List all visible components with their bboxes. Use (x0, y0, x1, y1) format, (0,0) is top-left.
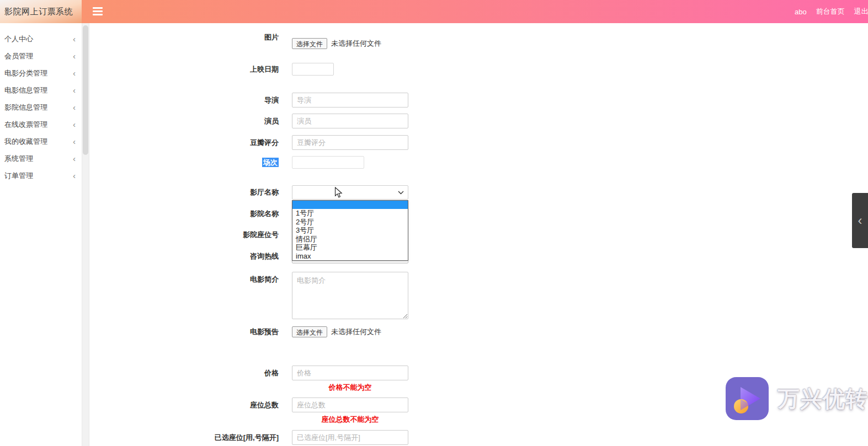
cinema-name-label: 影院名称 (90, 206, 279, 221)
total-seats-error: 座位总数不能为空 (292, 415, 408, 424)
sidebar-item-label: 会员管理 (4, 51, 33, 61)
image-label: 图片 (264, 33, 279, 41)
app-window: 影院网上订票系统 abo 前台首页 退出 个人中心 ‹ 会员管理 ‹ 电影分类管… (0, 0, 868, 446)
image-file-button[interactable]: 选择文件 (292, 38, 327, 49)
watermark: 万兴优转 (726, 377, 868, 420)
trailer-label: 电影预告 (90, 326, 279, 337)
sidebar-item-label: 电影分类管理 (4, 68, 47, 78)
trailer-file-button[interactable]: 选择文件 (292, 326, 327, 337)
chevron-left-icon: ‹ (73, 137, 76, 146)
director-input[interactable] (292, 93, 408, 108)
hall-option-empty[interactable] (292, 201, 408, 209)
hall-name-label: 影厅名称 (90, 185, 279, 200)
release-date-label: 上映日期 (90, 63, 279, 76)
chevron-down-icon (398, 191, 404, 195)
chevron-left-icon: ‹ (73, 154, 76, 163)
front-home-link[interactable]: 前台首页 (816, 7, 845, 17)
total-seats-input[interactable] (292, 397, 408, 412)
sidebar-item-personal-center[interactable]: 个人中心 ‹ (0, 30, 82, 47)
session-label: 场次 (262, 158, 279, 167)
chevron-left-icon: ‹ (73, 103, 76, 111)
sidebar-item-label: 订单管理 (4, 171, 33, 181)
total-seats-label: 座位总数 (90, 397, 279, 412)
release-date-input[interactable] (292, 63, 334, 76)
chevron-left-icon: ‹ (73, 86, 76, 94)
chevron-left-icon: ‹ (858, 213, 862, 228)
trailer-file-status: 未选择任何文件 (331, 326, 381, 337)
sidebar-item-label: 电影信息管理 (4, 85, 47, 95)
price-input[interactable] (292, 366, 408, 380)
logout-link[interactable]: 退出 (854, 7, 868, 17)
form-row-price: 价格 价格不能为空 (90, 366, 408, 393)
form-row-image: 图片 选择文件 未选择任何文件 (90, 38, 381, 49)
chevron-left-icon: ‹ (73, 52, 76, 60)
hotline-label: 咨询热线 (90, 249, 279, 264)
hall-option-giant-screen[interactable]: 巨幕厅 (292, 243, 408, 252)
form-row-director: 导演 (90, 93, 408, 108)
hall-option-3[interactable]: 3号厅 (292, 226, 408, 235)
watermark-text: 万兴优转 (778, 384, 868, 414)
actors-label: 演员 (90, 114, 279, 128)
sidebar-item-member-mgmt[interactable]: 会员管理 ‹ (0, 47, 82, 65)
cinema-seat-label: 影院座位号 (90, 227, 279, 242)
form-row-hall-name: 影厅名称 (90, 185, 408, 200)
scrollbar-thumb[interactable] (83, 25, 88, 155)
image-file-status: 未选择任何文件 (331, 38, 381, 49)
form-row-actors: 演员 (90, 114, 408, 128)
sidebar-item-label: 在线改票管理 (4, 120, 47, 130)
menu-icon[interactable] (93, 7, 103, 16)
selected-seats-label: 已选座位[用,号隔开] (90, 430, 279, 445)
douban-rating-input[interactable] (292, 135, 408, 150)
sidebar: 个人中心 ‹ 会员管理 ‹ 电影分类管理 ‹ 电影信息管理 ‹ 影院信息管理 ‹… (0, 23, 82, 446)
chevron-left-icon: ‹ (73, 171, 76, 180)
username-link[interactable]: abo (795, 8, 807, 16)
form-row-session: 场次 (90, 156, 364, 169)
form-row-douban-rating: 豆瓣评分 (90, 135, 408, 150)
sidebar-item-favorites-mgmt[interactable]: 我的收藏管理 ‹ (0, 133, 82, 150)
hall-name-select[interactable] (292, 185, 408, 200)
form-row-intro: 电影简介 (90, 272, 408, 319)
form-row-trailer: 电影预告 选择文件 未选择任何文件 (90, 326, 381, 337)
price-label: 价格 (90, 366, 279, 380)
vertical-scrollbar[interactable] (82, 23, 89, 446)
actors-input[interactable] (292, 114, 408, 128)
sidebar-item-label: 影院信息管理 (4, 103, 47, 112)
sidebar-item-label: 系统管理 (4, 154, 33, 164)
hall-option-1[interactable]: 1号厅 (292, 209, 408, 218)
sidebar-item-ticket-change-mgmt[interactable]: 在线改票管理 ‹ (0, 116, 82, 133)
intro-textarea[interactable] (292, 272, 408, 319)
sidebar-item-system-mgmt[interactable]: 系统管理 ‹ (0, 150, 82, 167)
douban-rating-label: 豆瓣评分 (90, 135, 279, 150)
price-error: 价格不能为空 (292, 383, 408, 393)
chevron-left-icon: ‹ (73, 120, 76, 128)
form-row-selected-seats: 已选座位[用,号隔开] (90, 430, 408, 445)
uniconverter-logo-icon (726, 377, 769, 420)
chevron-left-icon: ‹ (73, 69, 76, 77)
sidebar-item-order-mgmt[interactable]: 订单管理 ‹ (0, 167, 82, 184)
top-nav: abo 前台首页 退出 (795, 0, 868, 23)
hall-option-imax[interactable]: imax (292, 252, 408, 261)
right-collapse-tab[interactable]: ‹ (852, 193, 868, 248)
sidebar-item-movie-category-mgmt[interactable]: 电影分类管理 ‹ (0, 65, 82, 82)
sidebar-item-label: 我的收藏管理 (4, 137, 47, 147)
hall-option-couple[interactable]: 情侣厅 (292, 235, 408, 244)
top-bar: abo 前台首页 退出 (82, 0, 868, 23)
intro-label: 电影简介 (90, 272, 279, 287)
selected-seats-input[interactable] (292, 430, 408, 445)
brand-title: 影院网上订票系统 (0, 0, 82, 23)
sidebar-item-label: 个人中心 (4, 34, 33, 44)
hall-option-2[interactable]: 2号厅 (292, 218, 408, 227)
sidebar-item-movie-info-mgmt[interactable]: 电影信息管理 ‹ (0, 82, 82, 99)
sidebar-item-cinema-info-mgmt[interactable]: 影院信息管理 ‹ (0, 99, 82, 116)
chevron-left-icon: ‹ (73, 35, 76, 43)
session-input[interactable] (292, 156, 364, 169)
hall-select-dropdown: 1号厅 2号厅 3号厅 情侣厅 巨幕厅 imax (292, 200, 408, 261)
form-row-total-seats: 座位总数 座位总数不能为空 (90, 397, 408, 424)
director-label: 导演 (90, 93, 279, 108)
form-row-release-date: 上映日期 (90, 63, 334, 76)
